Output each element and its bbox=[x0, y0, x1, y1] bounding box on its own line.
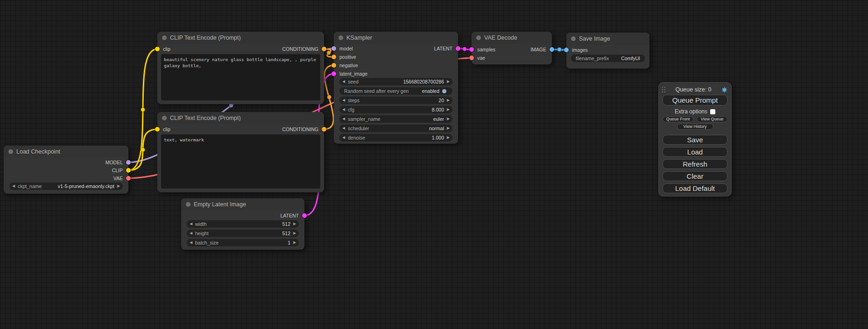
view-queue-button[interactable]: View Queue bbox=[697, 116, 727, 122]
sampler-name-widget[interactable]: ◀ sampler_name euler ▶ bbox=[339, 115, 452, 123]
node-vae-decode[interactable]: VAE Decode samples IMAGE vae bbox=[472, 32, 552, 64]
load-button[interactable]: Load bbox=[663, 147, 727, 157]
vae-input-port[interactable] bbox=[469, 56, 474, 60]
widget-value: 156680208700286 bbox=[403, 79, 444, 84]
width-widget[interactable]: ◀ width 512 ▶ bbox=[187, 220, 299, 228]
increment-arrow-icon[interactable]: ▶ bbox=[290, 239, 299, 246]
node-clip-text-encode-positive[interactable]: CLIP Text Encode (Prompt) clip CONDITION… bbox=[157, 32, 324, 104]
height-widget[interactable]: ◀ height 512 ▶ bbox=[187, 230, 299, 237]
save-button[interactable]: Save bbox=[663, 135, 727, 145]
clip-input-port[interactable] bbox=[155, 127, 160, 132]
node-title-bar[interactable]: VAE Decode bbox=[472, 32, 552, 44]
widget-name: filename_prefix bbox=[576, 56, 609, 61]
widget-name: width bbox=[195, 221, 207, 227]
seed-widget[interactable]: ◀ seed 156680208700286 ▶ bbox=[339, 78, 452, 85]
decrement-arrow-icon[interactable]: ◀ bbox=[339, 134, 348, 141]
widget-name: steps bbox=[348, 98, 360, 103]
slot-row: VAE bbox=[4, 175, 128, 182]
widget-name: Random seed after every gen bbox=[344, 88, 409, 94]
images-input-port[interactable] bbox=[564, 48, 569, 52]
decrement-arrow-icon[interactable]: ◀ bbox=[339, 78, 348, 85]
settings-gear-icon[interactable] bbox=[721, 86, 728, 93]
slot-row: model LATENT bbox=[334, 45, 458, 52]
decrement-arrow-icon[interactable]: ◀ bbox=[339, 125, 348, 132]
increment-arrow-icon[interactable]: ▶ bbox=[290, 220, 299, 228]
node-title-bar[interactable]: Load Checkpoint bbox=[4, 146, 128, 158]
increment-arrow-icon[interactable]: ▶ bbox=[444, 125, 452, 132]
decrement-arrow-icon[interactable]: ◀ bbox=[187, 220, 195, 228]
ckpt-name-widget[interactable]: ◀ ckpt_name v1-5-pruned-emaonly.ckpt ▶ bbox=[9, 182, 123, 190]
increment-arrow-icon[interactable]: ▶ bbox=[444, 78, 452, 85]
output-label: LATENT bbox=[434, 45, 452, 52]
node-title-bar[interactable]: Empty Latent Image bbox=[181, 198, 304, 210]
load-default-button[interactable]: Load Default bbox=[663, 183, 727, 193]
extra-options-checkbox[interactable] bbox=[710, 109, 715, 114]
queue-prompt-button[interactable]: Queue Prompt bbox=[663, 95, 727, 105]
filename-prefix-widget[interactable]: filename_prefix ComfyUI bbox=[571, 55, 645, 62]
node-load-checkpoint[interactable]: Load Checkpoint MODEL CLIP VAE ◀ ckpt_na… bbox=[4, 146, 128, 194]
input-label: clip bbox=[163, 126, 170, 133]
latent-output-port[interactable] bbox=[302, 213, 307, 218]
cfg-widget[interactable]: ◀ cfg 8.000 ▶ bbox=[339, 106, 452, 113]
refresh-button[interactable]: Refresh bbox=[663, 159, 727, 169]
steps-widget[interactable]: ◀ steps 20 ▶ bbox=[339, 97, 452, 104]
latent-output-port[interactable] bbox=[456, 46, 460, 51]
node-title: Save Image bbox=[579, 35, 610, 42]
increment-arrow-icon[interactable]: ▶ bbox=[114, 182, 123, 190]
slot-row: LATENT bbox=[181, 212, 304, 219]
decrement-arrow-icon[interactable]: ◀ bbox=[339, 106, 348, 113]
vae-output-port[interactable] bbox=[126, 176, 131, 181]
node-graph-canvas[interactable]: Load Checkpoint MODEL CLIP VAE ◀ ckpt_na… bbox=[0, 0, 868, 329]
slot-row: images bbox=[566, 47, 649, 53]
image-output-port[interactable] bbox=[550, 47, 554, 52]
widget-name: batch_size bbox=[195, 240, 219, 245]
clip-output-port[interactable] bbox=[126, 168, 131, 173]
node-title-bar[interactable]: CLIP Text Encode (Prompt) bbox=[157, 112, 324, 124]
clip-input-port[interactable] bbox=[155, 47, 160, 51]
positive-prompt-textarea[interactable]: beautiful scenery nature glass bottle la… bbox=[161, 54, 320, 100]
scheduler-widget[interactable]: ◀ scheduler normal ▶ bbox=[339, 125, 452, 132]
batch-size-widget[interactable]: ◀ batch_size 1 ▶ bbox=[187, 239, 299, 246]
node-title-bar[interactable]: CLIP Text Encode (Prompt) bbox=[157, 32, 324, 44]
drag-handle-icon[interactable] bbox=[662, 87, 666, 93]
model-output-port[interactable] bbox=[126, 160, 131, 165]
negative-prompt-textarea[interactable]: text, watermark bbox=[161, 134, 320, 189]
decrement-arrow-icon[interactable]: ◀ bbox=[339, 97, 348, 104]
increment-arrow-icon[interactable]: ▶ bbox=[444, 134, 452, 141]
node-title: CLIP Text Encode (Prompt) bbox=[170, 115, 241, 121]
view-history-button[interactable]: View History bbox=[677, 124, 713, 130]
widget-value: euler bbox=[433, 116, 444, 122]
increment-arrow-icon[interactable]: ▶ bbox=[444, 97, 452, 104]
node-save-image[interactable]: Save Image images filename_prefix ComfyU… bbox=[566, 33, 649, 69]
conditioning-output-port[interactable] bbox=[322, 127, 326, 132]
denoise-widget[interactable]: ◀ denoise 1.000 ▶ bbox=[339, 134, 452, 141]
node-ksampler[interactable]: KSampler model LATENT positive negative … bbox=[334, 32, 458, 144]
decrement-arrow-icon[interactable]: ◀ bbox=[339, 115, 348, 123]
decrement-arrow-icon[interactable]: ◀ bbox=[9, 182, 18, 190]
node-status-dot-icon bbox=[8, 149, 13, 154]
positive-input-port[interactable] bbox=[332, 55, 336, 59]
node-empty-latent-image[interactable]: Empty Latent Image LATENT ◀ width 512 ▶ … bbox=[181, 198, 304, 250]
latent-image-input-port[interactable] bbox=[332, 71, 336, 76]
link-midpoint-dot bbox=[327, 95, 332, 99]
decrement-arrow-icon[interactable]: ◀ bbox=[187, 230, 195, 237]
conditioning-output-port[interactable] bbox=[322, 47, 326, 51]
node-title-bar[interactable]: KSampler bbox=[334, 32, 458, 44]
comfy-menu-panel[interactable]: Queue size: 0 Queue Prompt Extra options… bbox=[658, 82, 732, 196]
node-clip-text-encode-negative[interactable]: CLIP Text Encode (Prompt) clip CONDITION… bbox=[157, 112, 324, 192]
model-input-port[interactable] bbox=[332, 46, 336, 51]
increment-arrow-icon[interactable]: ▶ bbox=[444, 115, 452, 123]
toggle-indicator-icon[interactable] bbox=[442, 89, 446, 93]
slot-row: negative bbox=[334, 62, 458, 69]
increment-arrow-icon[interactable]: ▶ bbox=[444, 106, 452, 113]
queue-front-button[interactable]: Queue Front bbox=[663, 116, 693, 122]
output-label: CONDITIONING bbox=[282, 126, 318, 133]
negative-input-port[interactable] bbox=[332, 63, 336, 68]
increment-arrow-icon[interactable]: ▶ bbox=[290, 230, 299, 237]
decrement-arrow-icon[interactable]: ◀ bbox=[187, 239, 195, 246]
samples-input-port[interactable] bbox=[469, 47, 474, 52]
random-seed-toggle-widget[interactable]: Random seed after every gen enabled bbox=[339, 87, 452, 95]
widget-value: 512 bbox=[282, 231, 290, 236]
node-title-bar[interactable]: Save Image bbox=[566, 33, 649, 45]
clear-button[interactable]: Clear bbox=[663, 171, 727, 181]
